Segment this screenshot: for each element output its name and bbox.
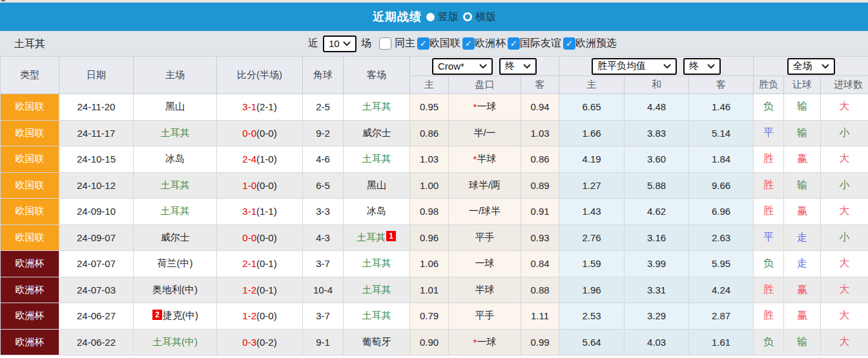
cell-avg-home: 5.64: [559, 330, 625, 356]
cell-avg-away: 1.84: [689, 146, 754, 173]
odds-source-value: Crow*: [438, 61, 464, 72]
cell-avg-away: 2.87: [689, 303, 754, 330]
odds-state-select[interactable]: 终: [499, 58, 537, 75]
competition-checkbox[interactable]: ✓: [462, 37, 475, 50]
layout-vertical-label: 竖版: [438, 10, 459, 24]
team-name: 捷克(中): [163, 310, 198, 322]
team-name: 土耳其: [362, 153, 391, 165]
team-name: 土耳其: [362, 257, 391, 270]
cell-competition: 欧国联: [1, 146, 59, 173]
cell-corners: 9-1: [303, 330, 344, 356]
cell-score: 1-2(0-1): [217, 277, 303, 304]
recent-count-select[interactable]: 10: [323, 35, 356, 52]
cell-result-goals: 小: [821, 173, 868, 199]
cell-result-wdl: 胜: [754, 146, 784, 173]
cell-avg-home: 1.59: [559, 251, 625, 277]
cell-avg-home: 2.76: [559, 225, 625, 252]
subheader-handicap: 盘口: [449, 76, 521, 94]
cell-corners: 4-6: [303, 146, 344, 173]
cell-score: 2-4(1-0): [217, 146, 303, 173]
cell-result-handicap: 走: [784, 225, 821, 252]
cell-result-wdl: 胜: [754, 303, 784, 330]
cell-corners: 6-5: [303, 173, 344, 199]
cell-corners: 9-2: [303, 121, 344, 147]
competition-checkbox[interactable]: ✓: [417, 37, 429, 50]
cell-home-team: 土耳其: [134, 121, 217, 147]
cell-result-goals: 大: [821, 277, 868, 304]
cell-corners: 3-7: [303, 251, 344, 277]
cell-avg-away: 9.66: [689, 173, 754, 199]
team-name: 土耳其: [161, 127, 190, 139]
team-name: 黑山: [367, 179, 386, 192]
cell-result-goals: 大: [821, 199, 868, 225]
cell-odds-home: 0.95: [410, 94, 449, 121]
odds-source-select[interactable]: Crow*: [432, 58, 493, 75]
cell-result-handicap: 输: [784, 330, 821, 356]
cell-avg-draw: 4.48: [625, 94, 689, 121]
cell-home-team: 黑山: [134, 94, 217, 121]
page-title: 近期战绩: [373, 9, 422, 25]
cell-away-team: 土耳其: [344, 303, 410, 330]
cell-competition: 欧洲杯: [1, 277, 59, 304]
subheader-avg-away: 客: [689, 76, 754, 94]
cell-result-wdl: 平: [754, 121, 784, 147]
team-name: 奥地利(中): [152, 284, 198, 296]
subheader-goals: 进球数: [821, 76, 868, 94]
cell-avg-away: 4.24: [689, 277, 754, 304]
subheader-let-ball: 让球: [784, 76, 821, 94]
average-state-value: 终: [689, 60, 699, 72]
same-home-checkbox[interactable]: [379, 37, 391, 50]
recent-label: 近: [308, 37, 318, 50]
cell-home-team: 2捷克(中): [134, 303, 217, 330]
team-name: 土耳其: [362, 310, 391, 322]
cell-odds-handicap: 一/球半: [449, 199, 521, 225]
cell-home-team: 威尔士: [134, 225, 217, 252]
cell-avg-draw: 3.83: [625, 121, 689, 147]
cell-result-goals: 大: [821, 146, 868, 173]
cell-avg-away: 1.61: [689, 330, 754, 356]
cell-avg-draw: 3.31: [625, 277, 689, 304]
cell-avg-home: 2.53: [559, 303, 625, 330]
competition-label: 欧国联: [429, 37, 460, 50]
cell-odds-home: 0.96: [410, 225, 449, 252]
cell-home-team: 土耳其: [134, 199, 217, 225]
col-header-corner: 角球: [303, 57, 344, 94]
cell-date: 24-06-22: [59, 330, 134, 356]
subheader-avg-draw: 和: [625, 76, 689, 94]
col-header-home: 主场: [134, 57, 217, 94]
cell-avg-away: 5.14: [689, 121, 754, 147]
cell-corners: 2-5: [303, 94, 344, 121]
competition-checkbox[interactable]: ✓: [563, 37, 575, 50]
team-name: 黑山: [165, 101, 185, 113]
cell-corners: 3-7: [303, 303, 344, 330]
cell-home-team: 土耳其: [134, 173, 217, 199]
cell-score: 0-3(0-2): [217, 330, 303, 356]
cell-date: 24-10-12: [59, 173, 134, 199]
average-type-select[interactable]: 胜平负均值: [592, 58, 677, 75]
team-name: 冰岛: [367, 205, 386, 217]
radio-selected-icon[interactable]: [426, 13, 435, 21]
cell-result-handicap: 赢: [784, 277, 821, 304]
cell-away-team: 威尔士: [344, 121, 410, 147]
cell-score: 3-1(1-1): [217, 199, 303, 225]
competition-checkbox[interactable]: ✓: [508, 37, 520, 50]
cell-odds-handicap: 半/一: [449, 121, 521, 147]
layout-option-vertical[interactable]: 竖版: [426, 10, 459, 24]
cell-home-team: 土耳其(中): [134, 330, 217, 356]
average-state-select[interactable]: 终: [683, 58, 721, 75]
cell-odds-home: 1.01: [410, 277, 449, 304]
cell-score: 3-1(2-1): [217, 94, 303, 121]
competition-label: 国际友谊: [520, 37, 561, 50]
cell-avg-draw: 4.62: [625, 199, 689, 225]
scope-select[interactable]: 全场: [787, 58, 835, 75]
title-bar: 近期战绩 竖版 横版: [0, 3, 868, 31]
layout-option-horizontal[interactable]: 横版: [463, 10, 496, 24]
cell-score: 2-1(0-1): [217, 251, 303, 277]
chevron-down-icon: [822, 64, 829, 69]
radio-unselected-icon[interactable]: [463, 12, 472, 21]
team-name: 威尔士: [362, 127, 391, 139]
cell-result-wdl: 平: [754, 225, 784, 252]
cell-result-handicap: 输: [784, 121, 821, 147]
cell-result-goals: 大: [821, 94, 868, 121]
cell-odds-handicap: 平手: [449, 303, 521, 330]
